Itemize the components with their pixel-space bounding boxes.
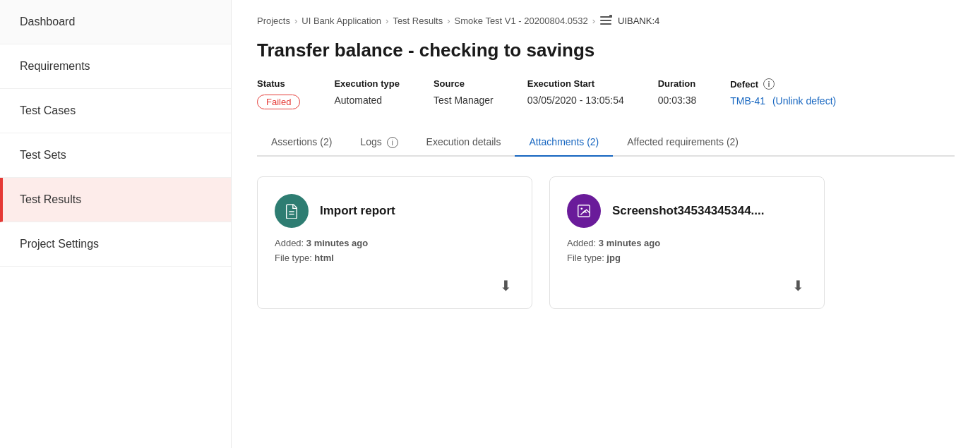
attachment-header-1: Import report	[275, 194, 515, 228]
attachment-card-2: Screenshot34534345344.... Added: 3 minut…	[549, 176, 825, 309]
tab-execution-details[interactable]: Execution details	[412, 129, 515, 157]
svg-rect-3	[609, 15, 612, 18]
execution-type-label: Execution type	[334, 78, 399, 89]
attachment-header-2: Screenshot34534345344....	[567, 194, 807, 228]
tab-assertions[interactable]: Assertions (2)	[257, 129, 346, 157]
page-title: Transfer balance - checking to savings	[257, 40, 955, 61]
download-button-1[interactable]: ⬇	[497, 274, 515, 297]
attachment-icon-2	[567, 194, 601, 228]
sidebar-item-test-sets[interactable]: Test Sets	[0, 133, 231, 178]
download-button-2[interactable]: ⬇	[789, 274, 807, 297]
breadcrumb-projects[interactable]: Projects	[257, 16, 290, 26]
defect-link[interactable]: TMB-41	[730, 95, 765, 107]
sidebar-item-project-settings[interactable]: Project Settings	[0, 222, 231, 267]
execution-start-label: Execution Start	[527, 78, 624, 89]
sidebar-item-test-results[interactable]: Test Results	[0, 178, 231, 222]
unlink-defect-link[interactable]: (Unlink defect)	[772, 95, 836, 107]
status-field: Status Failed	[257, 78, 300, 109]
breadcrumb-app[interactable]: UI Bank Application	[301, 16, 381, 26]
attachment-meta-2: Added: 3 minutes ago File type: jpg	[567, 236, 807, 266]
sidebar-item-test-cases[interactable]: Test Cases	[0, 89, 231, 133]
defect-info-icon: i	[763, 78, 775, 90]
breadcrumb-sep-1: ›	[294, 16, 297, 26]
breadcrumb-test-results[interactable]: Test Results	[393, 16, 443, 26]
sidebar-item-dashboard[interactable]: Dashboard	[0, 0, 231, 44]
attachment-meta-1: Added: 3 minutes ago File type: html	[275, 236, 515, 266]
source-value: Test Manager	[434, 95, 494, 106]
tab-logs[interactable]: Logs i	[346, 129, 412, 157]
defect-value: TMB-41 (Unlink defect)	[730, 95, 836, 107]
list-icon	[599, 14, 612, 27]
attachment-icon-1	[275, 194, 309, 228]
attachment-name-1: Import report	[320, 204, 395, 218]
defect-label: Defect i	[730, 78, 836, 90]
attachment-footer-2: ⬇	[567, 274, 807, 297]
main-content: Projects › UI Bank Application › Test Re…	[232, 0, 980, 448]
execution-type-field: Execution type Automated	[334, 78, 399, 106]
breadcrumb-sep-3: ›	[447, 16, 450, 26]
breadcrumb-sep-2: ›	[386, 16, 388, 26]
attachment-card-1: Import report Added: 3 minutes ago File …	[257, 176, 532, 309]
attachment-footer-1: ⬇	[275, 274, 515, 297]
source-label: Source	[434, 78, 494, 89]
attachment-name-2: Screenshot34534345344....	[612, 204, 764, 218]
svg-rect-1	[600, 20, 611, 21]
duration-field: Duration 00:03:38	[658, 78, 697, 106]
duration-label: Duration	[658, 78, 697, 89]
sidebar: Dashboard Requirements Test Cases Test S…	[0, 0, 232, 448]
duration-value: 00:03:38	[658, 95, 697, 106]
tab-attachments[interactable]: Attachments (2)	[515, 129, 613, 157]
breadcrumb: Projects › UI Bank Application › Test Re…	[257, 14, 955, 27]
status-badge: Failed	[257, 95, 300, 109]
logs-info-icon: i	[387, 137, 398, 148]
breadcrumb-sep-4: ›	[592, 16, 595, 26]
breadcrumb-id: UIBANK:4	[618, 16, 659, 26]
defect-field: Defect i TMB-41 (Unlink defect)	[730, 78, 836, 107]
sidebar-item-requirements[interactable]: Requirements	[0, 44, 231, 89]
tabs: Assertions (2) Logs i Execution details …	[257, 129, 955, 157]
status-label: Status	[257, 78, 300, 89]
execution-start-value: 03/05/2020 - 13:05:54	[527, 95, 624, 106]
svg-point-7	[580, 207, 582, 210]
tab-affected-requirements[interactable]: Affected requirements (2)	[613, 129, 753, 157]
meta-row: Status Failed Execution type Automated S…	[257, 78, 955, 109]
attachments-grid: Import report Added: 3 minutes ago File …	[257, 176, 955, 309]
source-field: Source Test Manager	[434, 78, 494, 106]
execution-type-value: Automated	[334, 95, 399, 106]
execution-start-field: Execution Start 03/05/2020 - 13:05:54	[527, 78, 624, 106]
breadcrumb-smoke-test[interactable]: Smoke Test V1 - 20200804.0532	[455, 16, 588, 26]
svg-rect-2	[600, 23, 611, 25]
